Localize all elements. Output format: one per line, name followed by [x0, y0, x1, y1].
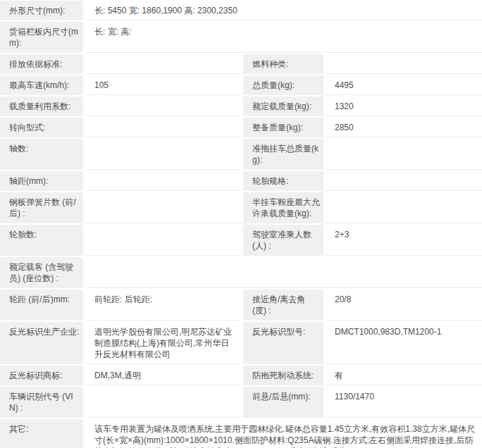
spec-value-cell: 20/8: [326, 290, 482, 321]
spec-label-cell: 半挂车鞍座最大允许承载质量(kg):: [243, 192, 323, 223]
spec-value-cell: [85, 192, 241, 223]
spec-row: 反光标识生产企业: 道明光学股份有限公司,明尼苏达矿业制造膜结构(上海)有限公司…: [0, 322, 482, 364]
spec-label-cell: 燃料种类:: [243, 54, 323, 74]
spec-label-cell: 其它:: [0, 419, 83, 448]
spec-row: 额定载客 (含驾驶员) (座位数) :: [0, 257, 482, 288]
spec-label-cell: 额定载客 (含驾驶员) (座位数) :: [0, 257, 83, 288]
spec-label-cell: 转向型式:: [0, 118, 83, 137]
spec-label-cell: 防抱死制动系统:: [243, 366, 323, 385]
spec-row: 转向型式: 整备质量(kg): 2850: [0, 118, 482, 137]
spec-value-cell: 前轮距: 后轮距:: [85, 290, 241, 321]
spec-value-cell: 105: [85, 75, 241, 95]
spec-value-cell: DM,3M,通明: [85, 366, 241, 385]
spec-row: 车辆识别代号 (VIN) : 前悬/后悬(mm): 1130/1470: [0, 387, 482, 418]
spec-value-cell: [326, 139, 482, 170]
spec-label-cell: 钢板弹簧片数 (前/后) :: [0, 192, 83, 223]
spec-value-cell: 长: 宽: 高:: [85, 22, 482, 53]
spec-label-cell: 接近角/离去角 (度) :: [243, 290, 323, 321]
spec-value-cell: DMCT1000,983D,TM1200-1: [326, 322, 482, 364]
spec-row: 轴数: 准拖挂车总质量(kg):: [0, 139, 482, 170]
spec-value-cell: [85, 118, 241, 137]
spec-label-cell: 外形尺寸(mm):: [0, 1, 83, 20]
spec-value-cell: [326, 171, 482, 191]
spec-label-cell: 轮胎数:: [0, 225, 83, 256]
spec-label-cell: 总质量(kg):: [243, 75, 323, 95]
spec-value-cell: 该车专用装置为罐体及喷洒系统,主要用于园林绿化.罐体总容量1.45立方米,有效容…: [85, 419, 482, 448]
spec-label-cell: 最高车速(km/h):: [0, 75, 83, 95]
spec-row: 载质量利用系数: 额定载质量(kg): 1320: [0, 97, 482, 116]
spec-row: 轴距(mm): 轮胎规格:: [0, 171, 482, 191]
spec-label-cell: 反光标识商标:: [0, 366, 83, 385]
spec-row: 钢板弹簧片数 (前/后) : 半挂车鞍座最大允许承载质量(kg):: [0, 192, 482, 223]
vehicle-spec-table: 外形尺寸(mm): 长: 5450 宽: 1860,1900 高: 2300,2…: [0, 0, 482, 448]
spec-label-cell: 货箱栏板内尺寸(mm):: [0, 22, 83, 53]
spec-label-cell: 反光标识型号:: [243, 322, 323, 364]
spec-label-cell: 轮胎规格:: [243, 171, 323, 191]
spec-value-cell: [85, 225, 241, 256]
spec-label-cell: 载质量利用系数:: [0, 97, 83, 116]
spec-value-cell: 2+3: [326, 225, 482, 256]
spec-label-cell: 反光标识生产企业:: [0, 322, 83, 364]
spec-value-cell: [85, 97, 241, 116]
spec-value-cell: 1320: [326, 97, 482, 116]
spec-row: 其它: 该车专用装置为罐体及喷洒系统,主要用于园林绿化.罐体总容量1.45立方米…: [0, 419, 482, 448]
spec-value-cell: 2850: [326, 118, 482, 137]
spec-value-cell: [326, 192, 482, 223]
spec-label-cell: 轴数:: [0, 139, 83, 170]
spec-row: 反光标识商标: DM,3M,通明 防抱死制动系统: 有: [0, 366, 482, 385]
spec-value-cell: [85, 54, 241, 74]
spec-value-cell: [85, 257, 482, 288]
spec-label-cell: 额定载质量(kg):: [243, 97, 323, 116]
spec-value-cell: [85, 387, 241, 418]
spec-value-cell: 长: 5450 宽: 1860,1900 高: 2300,2350: [85, 1, 482, 20]
spec-value-cell: 1130/1470: [326, 387, 482, 418]
spec-row: 轮距 (前/后)mm: 前轮距: 后轮距: 接近角/离去角 (度) : 20/8: [0, 290, 482, 321]
spec-value-cell: 道明光学股份有限公司,明尼苏达矿业制造膜结构(上海)有限公司,常州华日升反光材料…: [85, 322, 241, 364]
spec-row: 排放依据标准: 燃料种类:: [0, 54, 482, 74]
spec-row: 外形尺寸(mm): 长: 5450 宽: 1860,1900 高: 2300,2…: [0, 1, 482, 20]
spec-label-cell: 排放依据标准:: [0, 54, 83, 74]
spec-value-cell: [85, 171, 241, 191]
spec-value-cell: [326, 54, 482, 74]
spec-label-cell: 轮距 (前/后)mm:: [0, 290, 83, 321]
spec-value-cell: 有: [326, 366, 482, 385]
spec-label-cell: 整备质量(kg):: [243, 118, 323, 137]
spec-label-cell: 准拖挂车总质量(kg):: [243, 139, 323, 170]
spec-label-cell: 前悬/后悬(mm):: [243, 387, 323, 418]
spec-label-cell: 驾驶室准乘人数 (人) :: [243, 225, 323, 256]
spec-row: 货箱栏板内尺寸(mm): 长: 宽: 高:: [0, 22, 482, 53]
spec-label-cell: 轴距(mm):: [0, 171, 83, 191]
spec-row: 最高车速(km/h): 105 总质量(kg): 4495: [0, 75, 482, 95]
spec-row: 轮胎数: 驾驶室准乘人数 (人) : 2+3: [0, 225, 482, 256]
spec-value-cell: [85, 139, 241, 170]
spec-value-cell: 4495: [326, 75, 482, 95]
spec-label-cell: 车辆识别代号 (VIN) :: [0, 387, 83, 418]
